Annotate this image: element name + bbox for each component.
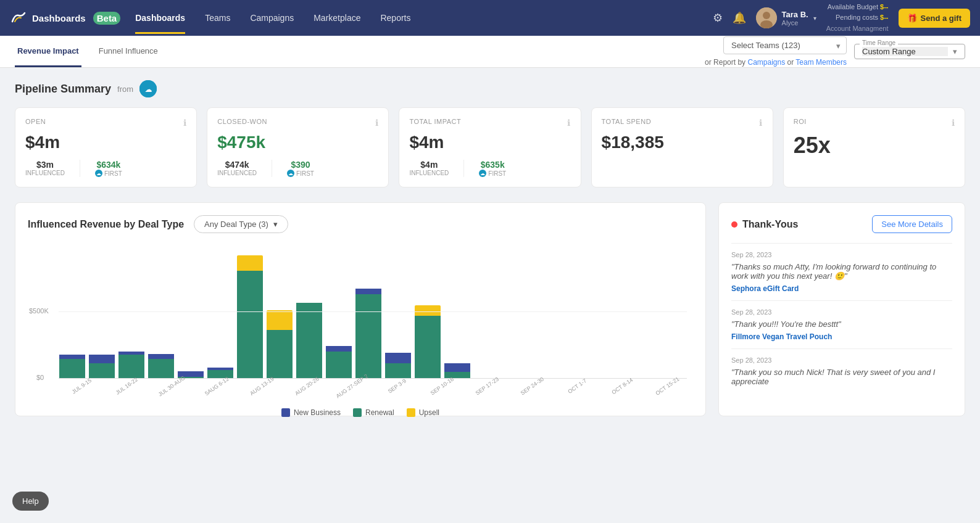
logo[interactable]: Dashboards Beta: [10, 9, 120, 27]
chart-area: $500K $0 JUL 9-15JUL 16-22JUL 30-AUG5AUG…: [28, 243, 693, 403]
gift-icon: 🎁: [907, 14, 917, 23]
svg-text:☁: ☁: [145, 86, 152, 93]
settings-icon[interactable]: ⚙: [713, 11, 723, 25]
grid-line-500k: [59, 311, 687, 312]
metric-sub-influenced-open: $3m INFLUENCED: [25, 160, 65, 177]
bar-renewal: [296, 303, 322, 379]
metric-card-open: OPEN ℹ $4m $3m INFLUENCED $634k ☁ FIRST: [15, 107, 197, 187]
y-label-0: $0: [36, 374, 44, 381]
metric-sub-total-impact: $4m INFLUENCED $635k ☁ FIRST: [409, 160, 570, 177]
metric-card-roi: ROI ℹ 25x: [783, 107, 965, 187]
nav-campaigns[interactable]: Campaigns: [250, 13, 294, 23]
bar-group: [267, 310, 293, 379]
bar-new-business: [59, 355, 85, 359]
thankyou-product: Fillmore Vegan Travel Pouch: [731, 332, 952, 341]
main-content: Pipeline Summary from ☁ OPEN ℹ $4m $3m I…: [0, 68, 980, 429]
team-members-link[interactable]: Team Members: [795, 58, 847, 67]
thankyou-section: Thank-Yous See More Details Sep 28, 2023…: [718, 202, 965, 416]
account-label: Account Managment: [826, 23, 889, 35]
thankyou-quote: "Thanks so much Atty, I'm looking forwar…: [731, 262, 952, 281]
nav-reports[interactable]: Reports: [380, 13, 410, 23]
tab-funnel-influence[interactable]: Funnel Influence: [96, 36, 160, 67]
user-chevron-icon[interactable]: ▾: [813, 15, 816, 22]
thankyou-item: Sep 28, 2023 "Thanks so much Atty, I'm l…: [731, 243, 952, 300]
thankyou-list: Sep 28, 2023 "Thanks so much Atty, I'm l…: [731, 243, 952, 397]
nav-marketplace[interactable]: Marketplace: [314, 13, 360, 23]
bar-group: [59, 355, 85, 379]
see-more-button[interactable]: See More Details: [872, 215, 952, 233]
send-gift-button[interactable]: 🎁 Send a gift: [899, 9, 970, 28]
bar-upsell: [415, 305, 441, 316]
metric-label-roi: ROI ℹ: [794, 118, 955, 128]
time-range-chevron-icon: ▾: [953, 47, 957, 56]
metric-label-open: OPEN ℹ: [25, 118, 186, 128]
beta-badge: Beta: [93, 12, 121, 25]
pipeline-header: Pipeline Summary from ☁: [15, 80, 965, 97]
logo-text: Dashboards: [32, 13, 86, 23]
metric-card-closed-won: CLOSED-WON ℹ $475k $474k INFLUENCED $390…: [207, 107, 389, 187]
metric-card-total-spend: TOTAL SPEND ℹ $18,385: [591, 107, 773, 187]
info-icon-total-spend[interactable]: ℹ: [759, 118, 763, 128]
thankyou-item: Sep 28, 2023 "Thank you so much Nick! Th…: [731, 348, 952, 397]
metric-value-total-impact: $4m: [409, 133, 570, 152]
bar-renewal: [326, 352, 352, 379]
campaigns-link[interactable]: Campaigns: [747, 58, 785, 67]
from-text: from: [117, 84, 133, 94]
chart-header: Influenced Revenue by Deal Type Any Deal…: [28, 215, 693, 233]
nav-active-indicator: [135, 32, 185, 34]
tab-revenue-impact[interactable]: Revenue Impact: [15, 36, 81, 67]
x-axis-labels: JUL 9-15JUL 16-22JUL 30-AUG5AUG 6-12AUG …: [28, 380, 693, 390]
bar-renewal: [355, 294, 381, 379]
bar-group: [237, 255, 263, 379]
time-range-select[interactable]: Custom Range: [862, 47, 948, 56]
bar-upsell: [237, 255, 263, 271]
notifications-icon[interactable]: 🔔: [733, 11, 746, 25]
thankyou-product: Sephora eGift Card: [731, 284, 952, 293]
metrics-row: OPEN ℹ $4m $3m INFLUENCED $634k ☁ FIRST: [15, 107, 965, 187]
metric-value-total-spend: $18,385: [602, 133, 763, 152]
bar-renewal: [237, 271, 263, 379]
legend-renewal-dot: [353, 408, 362, 417]
legend-new-business-dot: [281, 408, 290, 417]
metric-sub-first-open: $634k ☁ FIRST: [95, 160, 122, 177]
salesforce-logo: ☁: [139, 80, 157, 97]
thankyou-item: Sep 28, 2023 "Thank you!!! You're the be…: [731, 300, 952, 348]
first-touch-icon: ☁: [95, 170, 102, 177]
pipeline-title: Pipeline Summary: [15, 83, 111, 96]
info-icon-total-impact[interactable]: ℹ: [567, 118, 571, 128]
metric-label-total-spend: TOTAL SPEND ℹ: [602, 118, 763, 128]
main-nav: Dashboards Teams Campaigns Marketplace R…: [135, 2, 712, 34]
bar-group: [415, 305, 441, 379]
user-menu[interactable]: Tara B. Alyce ▾: [756, 7, 816, 28]
bar-new-business: [385, 353, 411, 364]
app-header: Dashboards Beta Dashboards Teams Campaig…: [0, 0, 980, 36]
y-label-500k: $500K: [29, 307, 49, 315]
info-icon-roi[interactable]: ℹ: [952, 118, 955, 128]
divider: [463, 160, 464, 177]
deal-type-select[interactable]: Any Deal Type (3) ▾: [194, 215, 288, 233]
thankyou-title: Thank-Yous: [731, 219, 798, 230]
bar-upsell: [267, 310, 293, 330]
metric-label-total-impact: TOTAL IMPACT ℹ: [409, 118, 570, 128]
metric-sub-closed-won: $474k INFLUENCED $390 ☁ FIRST: [217, 160, 378, 177]
info-icon-closed-won[interactable]: ℹ: [375, 118, 379, 128]
nav-teams[interactable]: Teams: [205, 13, 230, 23]
metric-value-closed-won: $475k: [217, 133, 378, 152]
thankyou-date: Sep 28, 2023: [731, 308, 952, 316]
bar-new-business: [148, 354, 174, 360]
nav-dashboards[interactable]: Dashboards: [135, 2, 185, 34]
online-dot: [731, 221, 737, 228]
teams-select[interactable]: Select Teams (123): [723, 36, 847, 54]
thankyou-quote: "Thank you so much Nick! That is very sw…: [731, 368, 952, 386]
metric-value-open: $4m: [25, 133, 186, 152]
header-right: ⚙ 🔔 Tara B. Alyce ▾ Available Budget $--: [713, 2, 970, 35]
chart-section: Influenced Revenue by Deal Type Any Deal…: [15, 202, 706, 416]
bar-group: [296, 303, 322, 379]
metric-card-total-impact: TOTAL IMPACT ℹ $4m $4m INFLUENCED $635k …: [399, 107, 581, 187]
bar-renewal: [148, 359, 174, 379]
bar-group: [148, 354, 174, 379]
bottom-section: Influenced Revenue by Deal Type Any Deal…: [15, 202, 965, 416]
bars-container: [59, 243, 687, 379]
info-icon-open[interactable]: ℹ: [183, 118, 187, 128]
metric-value-roi: 25x: [794, 133, 955, 159]
